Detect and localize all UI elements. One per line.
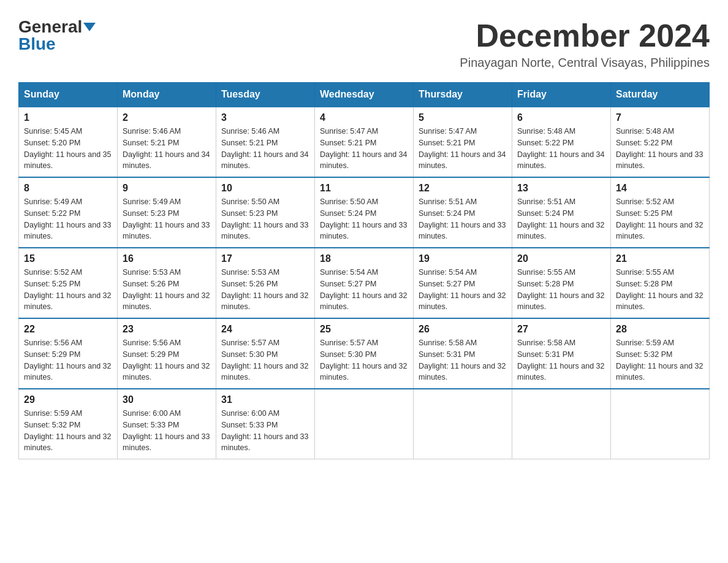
table-row: 17 Sunrise: 5:53 AMSunset: 5:26 PMDaylig… — [216, 248, 315, 318]
day-info: Sunrise: 6:00 AMSunset: 5:33 PMDaylight:… — [123, 408, 211, 454]
table-row: 14 Sunrise: 5:52 AMSunset: 5:25 PMDaylig… — [611, 177, 710, 248]
day-info: Sunrise: 5:49 AMSunset: 5:23 PMDaylight:… — [123, 196, 211, 242]
day-info: Sunrise: 5:55 AMSunset: 5:28 PMDaylight:… — [616, 267, 704, 313]
table-row: 30 Sunrise: 6:00 AMSunset: 5:33 PMDaylig… — [118, 389, 216, 459]
day-number: 12 — [419, 183, 507, 194]
table-row: 10 Sunrise: 5:50 AMSunset: 5:23 PMDaylig… — [216, 177, 315, 248]
month-title: December 2024 — [460, 18, 710, 53]
day-info: Sunrise: 5:48 AMSunset: 5:22 PMDaylight:… — [616, 126, 704, 172]
day-number: 31 — [221, 394, 309, 405]
table-row: 7 Sunrise: 5:48 AMSunset: 5:22 PMDayligh… — [611, 107, 710, 177]
day-info: Sunrise: 5:53 AMSunset: 5:26 PMDaylight:… — [123, 267, 211, 313]
table-row: 31 Sunrise: 6:00 AMSunset: 5:33 PMDaylig… — [216, 389, 315, 459]
day-info: Sunrise: 5:54 AMSunset: 5:27 PMDaylight:… — [320, 267, 408, 313]
day-info: Sunrise: 5:53 AMSunset: 5:26 PMDaylight:… — [221, 267, 309, 313]
day-number: 5 — [419, 112, 507, 123]
table-row: 15 Sunrise: 5:52 AMSunset: 5:25 PMDaylig… — [19, 248, 118, 318]
day-number: 27 — [517, 324, 605, 335]
day-info: Sunrise: 5:59 AMSunset: 5:32 PMDaylight:… — [24, 408, 112, 454]
day-number: 10 — [221, 183, 309, 194]
table-row: 11 Sunrise: 5:50 AMSunset: 5:24 PMDaylig… — [315, 177, 414, 248]
day-number: 26 — [419, 324, 507, 335]
table-row: 5 Sunrise: 5:47 AMSunset: 5:21 PMDayligh… — [414, 107, 512, 177]
day-info: Sunrise: 5:57 AMSunset: 5:30 PMDaylight:… — [320, 337, 408, 383]
day-info: Sunrise: 5:56 AMSunset: 5:29 PMDaylight:… — [123, 337, 211, 383]
logo-blue-text: Blue — [18, 36, 56, 53]
day-number: 25 — [320, 324, 408, 335]
day-number: 3 — [221, 112, 309, 123]
table-row: 4 Sunrise: 5:47 AMSunset: 5:21 PMDayligh… — [315, 107, 414, 177]
col-wednesday: Wednesday — [315, 83, 414, 107]
day-info: Sunrise: 5:58 AMSunset: 5:31 PMDaylight:… — [517, 337, 605, 383]
day-number: 9 — [123, 183, 211, 194]
table-row — [414, 389, 512, 459]
table-row: 23 Sunrise: 5:56 AMSunset: 5:29 PMDaylig… — [118, 318, 216, 389]
day-number: 19 — [419, 253, 507, 264]
table-row: 9 Sunrise: 5:49 AMSunset: 5:23 PMDayligh… — [118, 177, 216, 248]
calendar-week-row: 15 Sunrise: 5:52 AMSunset: 5:25 PMDaylig… — [19, 248, 710, 318]
table-row: 26 Sunrise: 5:58 AMSunset: 5:31 PMDaylig… — [414, 318, 512, 389]
day-info: Sunrise: 5:48 AMSunset: 5:22 PMDaylight:… — [517, 126, 605, 172]
logo-triangle-icon — [83, 23, 96, 31]
calendar-week-row: 1 Sunrise: 5:45 AMSunset: 5:20 PMDayligh… — [19, 107, 710, 177]
header: General Blue December 2024 Pinayagan Nor… — [18, 18, 710, 70]
day-info: Sunrise: 5:49 AMSunset: 5:22 PMDaylight:… — [24, 196, 112, 242]
logo: General Blue — [18, 18, 96, 53]
calendar-header-row: Sunday Monday Tuesday Wednesday Thursday… — [19, 83, 710, 107]
table-row: 22 Sunrise: 5:56 AMSunset: 5:29 PMDaylig… — [19, 318, 118, 389]
table-row: 24 Sunrise: 5:57 AMSunset: 5:30 PMDaylig… — [216, 318, 315, 389]
table-row: 27 Sunrise: 5:58 AMSunset: 5:31 PMDaylig… — [512, 318, 611, 389]
table-row: 8 Sunrise: 5:49 AMSunset: 5:22 PMDayligh… — [19, 177, 118, 248]
day-number: 22 — [24, 324, 112, 335]
day-info: Sunrise: 5:47 AMSunset: 5:21 PMDaylight:… — [419, 126, 507, 172]
day-number: 20 — [517, 253, 605, 264]
table-row: 16 Sunrise: 5:53 AMSunset: 5:26 PMDaylig… — [118, 248, 216, 318]
day-info: Sunrise: 5:59 AMSunset: 5:32 PMDaylight:… — [616, 337, 704, 383]
day-info: Sunrise: 5:47 AMSunset: 5:21 PMDaylight:… — [320, 126, 408, 172]
day-number: 29 — [24, 394, 112, 405]
day-info: Sunrise: 5:51 AMSunset: 5:24 PMDaylight:… — [419, 196, 507, 242]
table-row: 28 Sunrise: 5:59 AMSunset: 5:32 PMDaylig… — [611, 318, 710, 389]
table-row: 19 Sunrise: 5:54 AMSunset: 5:27 PMDaylig… — [414, 248, 512, 318]
col-friday: Friday — [512, 83, 611, 107]
day-number: 15 — [24, 253, 112, 264]
day-number: 28 — [616, 324, 704, 335]
day-info: Sunrise: 5:50 AMSunset: 5:23 PMDaylight:… — [221, 196, 309, 242]
calendar-week-row: 8 Sunrise: 5:49 AMSunset: 5:22 PMDayligh… — [19, 177, 710, 248]
day-info: Sunrise: 5:46 AMSunset: 5:21 PMDaylight:… — [221, 126, 309, 172]
day-number: 18 — [320, 253, 408, 264]
table-row — [315, 389, 414, 459]
day-number: 11 — [320, 183, 408, 194]
col-monday: Monday — [118, 83, 216, 107]
table-row: 2 Sunrise: 5:46 AMSunset: 5:21 PMDayligh… — [118, 107, 216, 177]
day-info: Sunrise: 5:58 AMSunset: 5:31 PMDaylight:… — [419, 337, 507, 383]
day-number: 14 — [616, 183, 704, 194]
col-saturday: Saturday — [611, 83, 710, 107]
day-info: Sunrise: 5:45 AMSunset: 5:20 PMDaylight:… — [24, 126, 112, 172]
day-number: 17 — [221, 253, 309, 264]
calendar-week-row: 29 Sunrise: 5:59 AMSunset: 5:32 PMDaylig… — [19, 389, 710, 459]
day-info: Sunrise: 5:50 AMSunset: 5:24 PMDaylight:… — [320, 196, 408, 242]
day-number: 24 — [221, 324, 309, 335]
table-row: 21 Sunrise: 5:55 AMSunset: 5:28 PMDaylig… — [611, 248, 710, 318]
col-sunday: Sunday — [19, 83, 118, 107]
day-number: 2 — [123, 112, 211, 123]
day-info: Sunrise: 5:52 AMSunset: 5:25 PMDaylight:… — [616, 196, 704, 242]
day-info: Sunrise: 5:46 AMSunset: 5:21 PMDaylight:… — [123, 126, 211, 172]
day-number: 7 — [616, 112, 704, 123]
day-info: Sunrise: 5:56 AMSunset: 5:29 PMDaylight:… — [24, 337, 112, 383]
day-info: Sunrise: 6:00 AMSunset: 5:33 PMDaylight:… — [221, 408, 309, 454]
table-row: 20 Sunrise: 5:55 AMSunset: 5:28 PMDaylig… — [512, 248, 611, 318]
day-number: 30 — [123, 394, 211, 405]
table-row — [512, 389, 611, 459]
day-info: Sunrise: 5:54 AMSunset: 5:27 PMDaylight:… — [419, 267, 507, 313]
table-row: 18 Sunrise: 5:54 AMSunset: 5:27 PMDaylig… — [315, 248, 414, 318]
title-area: December 2024 Pinayagan Norte, Central V… — [460, 18, 710, 70]
day-number: 4 — [320, 112, 408, 123]
day-number: 6 — [517, 112, 605, 123]
day-number: 23 — [123, 324, 211, 335]
day-number: 1 — [24, 112, 112, 123]
day-info: Sunrise: 5:57 AMSunset: 5:30 PMDaylight:… — [221, 337, 309, 383]
col-thursday: Thursday — [414, 83, 512, 107]
table-row — [611, 389, 710, 459]
